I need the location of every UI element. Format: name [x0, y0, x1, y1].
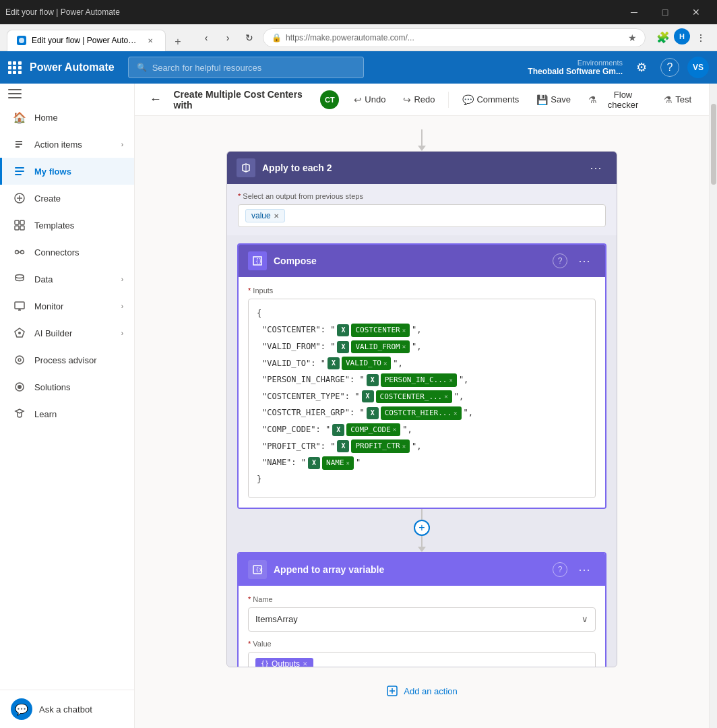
- back-button[interactable]: ‹: [197, 28, 216, 47]
- name-remove[interactable]: ✕: [346, 458, 350, 468]
- undo-button[interactable]: ↩ Undo: [347, 89, 392, 111]
- tab-close-button[interactable]: ✕: [145, 35, 156, 46]
- sidebar-item-learn[interactable]: Learn: [0, 400, 134, 427]
- sidebar-item-action-items[interactable]: Action items ›: [0, 131, 134, 158]
- valid-from-tag[interactable]: VALID_FROM ✕: [351, 340, 410, 354]
- person-tag[interactable]: PERSON_IN_C... ✕: [381, 373, 457, 387]
- back-button[interactable]: ←: [146, 89, 166, 111]
- flow-checker-button[interactable]: ⚗ Flow checker: [582, 89, 653, 111]
- new-tab-button[interactable]: +: [168, 32, 187, 51]
- svg-rect-18: [15, 302, 24, 309]
- comp-code-tag[interactable]: COMP_CODE ✕: [346, 423, 400, 437]
- sidebar-item-monitor[interactable]: Monitor ›: [0, 293, 134, 320]
- costcenter-type-tag[interactable]: COSTCENTER_... ✕: [376, 390, 452, 404]
- costctr-hier-tag[interactable]: COSTCTR_HIER... ✕: [381, 406, 462, 420]
- costcenter-type-remove[interactable]: ✕: [444, 392, 447, 401]
- sidebar-item-data[interactable]: Data ›: [0, 266, 134, 293]
- profit-ctr-tag[interactable]: PROFIT_CTR ✕: [351, 439, 410, 453]
- settings-button[interactable]: ⚙: [631, 57, 652, 78]
- search-input[interactable]: 🔍 Search for helpful resources: [128, 57, 364, 78]
- help-button[interactable]: ?: [660, 58, 679, 77]
- valid-from-excel-icon: X: [337, 341, 349, 353]
- valid-from-remove[interactable]: ✕: [402, 342, 406, 351]
- address-bar[interactable]: 🔒 https://make.powerautomate.com/... ★: [263, 28, 646, 47]
- forward-button[interactable]: ›: [218, 28, 237, 47]
- sidebar-item-solutions[interactable]: Solutions: [0, 373, 134, 400]
- sidebar-item-process-advisor[interactable]: Process advisor: [0, 346, 134, 373]
- scrollbar-track[interactable]: [709, 84, 717, 728]
- browser-tab[interactable]: Edit your flow | Power Automate ✕: [7, 30, 166, 51]
- append-header[interactable]: {x} Append to array variable ? ⋯: [239, 553, 605, 586]
- sidebar-item-my-flows[interactable]: My flows: [0, 158, 134, 185]
- svg-point-15: [21, 251, 24, 254]
- sidebar-item-connectors[interactable]: Connectors: [0, 239, 134, 266]
- valid-to-excel-icon: X: [328, 357, 340, 369]
- close-window-button[interactable]: ✕: [681, 0, 712, 24]
- maximize-button[interactable]: □: [650, 0, 681, 24]
- apply-to-each-header[interactable]: Apply to each 2 ⋯: [227, 152, 617, 184]
- append-help-button[interactable]: ?: [553, 562, 567, 577]
- scrollbar-thumb[interactable]: [711, 104, 716, 185]
- person-remove[interactable]: ✕: [449, 375, 452, 385]
- outputs-tag-remove[interactable]: ✕: [303, 661, 308, 667]
- apply-each-icon: [237, 158, 255, 177]
- extensions-button[interactable]: 🧩: [654, 28, 673, 47]
- inputs-label: * Inputs: [248, 286, 596, 295]
- value-input[interactable]: {} Outputs ✕: [248, 652, 596, 667]
- sidebar-item-templates[interactable]: Templates: [0, 212, 134, 239]
- profile-button[interactable]: H: [674, 28, 690, 44]
- comments-label: Comments: [476, 94, 519, 104]
- svg-rect-12: [15, 226, 19, 230]
- comp-code-remove[interactable]: ✕: [393, 425, 396, 434]
- flow-canvas: Apply to each 2 ⋯ * Select an output fro…: [135, 116, 709, 728]
- sidebar-item-home[interactable]: 🏠 Home: [0, 104, 134, 131]
- redo-button[interactable]: ↪ Redo: [396, 89, 441, 111]
- costcenter-tag[interactable]: COSTCENTER ✕: [351, 324, 410, 337]
- costcenter-remove[interactable]: ✕: [402, 326, 406, 335]
- sidebar-label-monitor: Monitor: [34, 301, 63, 311]
- select-output-input[interactable]: value ✕: [238, 204, 606, 227]
- svg-point-17: [15, 275, 24, 278]
- add-step-button[interactable]: +: [414, 520, 430, 536]
- json-field-costctr-hier-grp: "COSTCTR_HIER_GRP": " X COSTCTR_HIER... …: [257, 406, 587, 420]
- sidebar-label-process-advisor: Process advisor: [34, 355, 96, 365]
- hamburger-menu[interactable]: [0, 84, 134, 104]
- compose-inputs-container[interactable]: { "COSTCENTER": " X: [248, 299, 596, 498]
- redo-label: Redo: [414, 94, 435, 104]
- name-dropdown[interactable]: ItemsArray ∨: [248, 607, 596, 632]
- compose-node: {} Compose ? ⋯ * Inputs: [237, 243, 606, 509]
- apply-each-title: Apply to each 2: [262, 162, 579, 173]
- sidebar-item-create[interactable]: Create: [0, 185, 134, 212]
- valid-to-remove[interactable]: ✕: [383, 359, 387, 368]
- solutions-icon: [13, 380, 26, 394]
- apply-each-more-button[interactable]: ⋯: [586, 159, 607, 177]
- json-field-person-in-charge: "PERSON_IN_CHARGE": " X PERSON_IN_C... ✕: [257, 373, 587, 387]
- minimize-button[interactable]: ─: [619, 0, 650, 24]
- add-action-button[interactable]: Add an action: [377, 681, 467, 701]
- tag-remove-button[interactable]: ✕: [274, 212, 279, 220]
- compose-more-button[interactable]: ⋯: [574, 252, 596, 270]
- ai-builder-chevron: ›: [121, 330, 123, 337]
- append-more-button[interactable]: ⋯: [574, 561, 596, 578]
- test-button[interactable]: ⚗ Test: [657, 89, 698, 111]
- json-field-name: "NAME": " X NAME ✕ ": [257, 456, 587, 470]
- ask-chatbot-button[interactable]: 💬 Ask a chatbot: [0, 690, 134, 728]
- compose-icon: {}: [248, 251, 267, 270]
- compose-header[interactable]: {} Compose ? ⋯: [239, 245, 605, 277]
- comments-button[interactable]: 💬 Comments: [456, 89, 526, 111]
- refresh-button[interactable]: ↻: [240, 28, 259, 47]
- os-window-bar: Edit your flow | Power Automate ─ □ ✕: [0, 0, 717, 24]
- value-field-row: * Value {} Outputs ✕: [248, 640, 596, 667]
- svg-point-22: [18, 332, 21, 334]
- profit-ctr-remove[interactable]: ✕: [402, 442, 406, 451]
- user-avatar[interactable]: VS: [687, 57, 709, 78]
- sidebar-item-ai-builder[interactable]: AI Builder ›: [0, 320, 134, 346]
- menu-button[interactable]: ⋮: [691, 28, 710, 47]
- save-button[interactable]: 💾 Save: [530, 89, 578, 111]
- costctr-hier-remove[interactable]: ✕: [454, 408, 457, 418]
- compose-help-button[interactable]: ?: [553, 253, 567, 268]
- waffle-button[interactable]: [8, 61, 22, 74]
- valid-to-tag[interactable]: VALID_TO ✕: [342, 357, 391, 370]
- name-tag[interactable]: NAME ✕: [322, 456, 354, 470]
- sidebar-label-action-items: Action items: [34, 140, 82, 150]
